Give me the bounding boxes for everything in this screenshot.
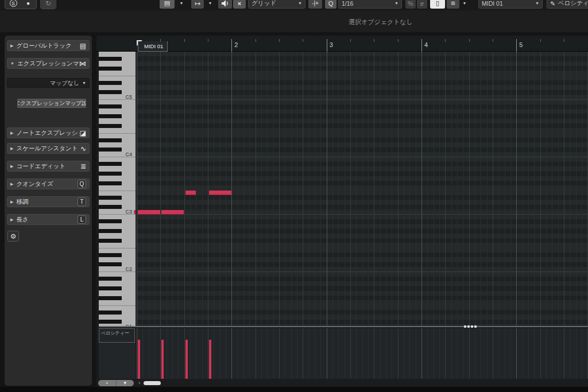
ruler-bar-tick: [327, 39, 327, 52]
ruler-beat-tick: [469, 39, 470, 42]
black-key[interactable]: [99, 81, 122, 85]
black-key[interactable]: [99, 90, 122, 94]
grid-line: [498, 328, 499, 379]
acoustic-feedback-button[interactable]: [218, 0, 232, 9]
midi-note[interactable]: [161, 210, 184, 215]
grid-type-label: グリッド: [252, 0, 298, 7]
iterative-quantize-button[interactable]: e: [417, 0, 427, 9]
swing-quantize-button[interactable]: %: [405, 0, 416, 9]
black-key[interactable]: [99, 124, 122, 128]
black-key[interactable]: [99, 311, 122, 315]
black-key[interactable]: [99, 229, 122, 233]
sidebar-section-global-tracks[interactable]: ▶グローバルトラック▤: [7, 40, 90, 51]
grid-line: [149, 328, 149, 379]
black-key[interactable]: [99, 196, 122, 200]
grid-line: [516, 328, 517, 379]
splitter-dash: [467, 325, 470, 328]
white-key-separator: [99, 133, 136, 134]
note-grid[interactable]: [137, 52, 588, 327]
key-editor-toolbar: S ● ↻ ▤ ▼ ↦ ▼ × グリッド ▼ -|+ Q 1/16 ▼ % e …: [0, 0, 588, 10]
velocity-lane-label[interactable]: ベロシティー: [99, 328, 135, 343]
velocity-bar[interactable]: [161, 340, 164, 379]
sidebar-section-note-expression[interactable]: ▶ノートエクスプレッション◪: [7, 127, 90, 138]
velocity-bar[interactable]: [209, 340, 211, 379]
grid-line: [190, 52, 191, 327]
quantize-icon-button[interactable]: Q: [325, 0, 336, 9]
edit-active-part-button[interactable]: ≡: [447, 0, 459, 9]
quantize-icon: Q: [78, 180, 86, 188]
white-key-separator: [99, 191, 136, 191]
velocity-lane[interactable]: [137, 328, 588, 379]
grid-line: [540, 52, 541, 327]
solo-editor-button[interactable]: S: [6, 0, 20, 9]
black-key[interactable]: [99, 286, 122, 290]
grid-line: [332, 328, 333, 379]
black-key[interactable]: [99, 114, 122, 118]
retrospective-record-button[interactable]: ↻: [41, 0, 55, 9]
black-key[interactable]: [99, 172, 122, 176]
white-key-separator: [99, 76, 136, 76]
expression-map-settings-button[interactable]: エクスプレッションマップ設.: [17, 99, 86, 108]
black-key[interactable]: [99, 67, 122, 71]
black-key[interactable]: [99, 262, 122, 266]
quantize-preset-dropdown[interactable]: 1/16 ▼: [338, 0, 402, 9]
show-part-borders-button[interactable]: ▯: [430, 0, 445, 9]
velocity-bar[interactable]: [138, 340, 140, 379]
keyboard-focus-dropdown[interactable]: ▼: [176, 0, 187, 9]
grid-line: [505, 328, 505, 379]
velocity-controller-button[interactable]: ✎ ベロシティ: [547, 0, 588, 9]
horizontal-scrollbar-thumb[interactable]: [144, 381, 161, 385]
sidebar-section-length[interactable]: ▶長さL: [7, 214, 90, 225]
midi-note[interactable]: [138, 210, 160, 215]
part-selector-dropdown[interactable]: MIDI 01 ▼: [478, 0, 543, 9]
grid-type-dropdown[interactable]: グリッド ▼: [248, 0, 305, 9]
black-key[interactable]: [99, 181, 122, 185]
active-part-dropdown[interactable]: ▼: [460, 0, 469, 9]
grid-line: [386, 52, 386, 327]
expression-map-select[interactable]: マップなし ▼: [7, 78, 90, 88]
scroll-left-arrow[interactable]: ‹: [138, 379, 140, 386]
disclosure-triangle-icon: ▶: [10, 146, 13, 151]
sidebar-section-transpose[interactable]: ▶移調T: [7, 196, 90, 207]
black-key[interactable]: [99, 138, 122, 142]
sidebar-section-expression-map[interactable]: ▼エクスプレッションマップ⋈: [7, 58, 90, 69]
note-expression-data-button[interactable]: ×: [233, 0, 246, 9]
black-key[interactable]: [99, 277, 122, 281]
grid-line: [315, 52, 315, 327]
lane-splitter[interactable]: [99, 326, 588, 327]
sidebar-section-quantize[interactable]: ▶クオンタイズQ: [7, 178, 90, 189]
grid-line: [154, 52, 155, 327]
midi-note[interactable]: [209, 191, 231, 195]
sidebar-section-chord-edit[interactable]: ▶コードエディット≣: [7, 161, 90, 172]
grid-line: [576, 328, 577, 379]
keyboard-focus-button[interactable]: ▤: [160, 0, 175, 9]
midi-note[interactable]: [185, 191, 196, 195]
sidebar-section-label: グローバルトラック: [16, 42, 79, 50]
autoscroll-dropdown[interactable]: ▼: [205, 0, 215, 9]
black-key[interactable]: [99, 162, 122, 166]
black-key[interactable]: [99, 219, 122, 223]
timeline-ruler[interactable]: MIDI 01 2345: [96, 36, 588, 52]
record-in-editor-button[interactable]: ●: [21, 0, 35, 9]
editor-settings-button[interactable]: ⚙: [7, 231, 19, 242]
black-key[interactable]: [99, 205, 122, 209]
piano-keyboard[interactable]: C5C4C3C2C1: [99, 52, 136, 327]
black-key[interactable]: [99, 57, 122, 61]
nudge-buttons[interactable]: -|+: [308, 0, 322, 9]
black-key[interactable]: [99, 296, 122, 300]
grid-line: [380, 52, 381, 327]
black-key[interactable]: [99, 320, 122, 324]
black-key[interactable]: [99, 104, 122, 108]
autoscroll-button[interactable]: ↦: [191, 0, 204, 9]
add-lane-button[interactable]: +: [98, 380, 117, 386]
grid-line: [552, 328, 552, 379]
sidebar-section-scale-assistant[interactable]: ▶スケールアシスタント∿: [7, 143, 90, 154]
speaker-icon: [221, 0, 229, 7]
part-name-tag[interactable]: MIDI 01: [138, 41, 168, 52]
ruler-beat-tick: [540, 39, 541, 42]
black-key[interactable]: [99, 239, 122, 243]
black-key[interactable]: [99, 148, 122, 152]
velocity-bar[interactable]: [185, 340, 188, 379]
black-key[interactable]: [99, 253, 122, 257]
lane-select-button[interactable]: ▼: [117, 380, 134, 386]
